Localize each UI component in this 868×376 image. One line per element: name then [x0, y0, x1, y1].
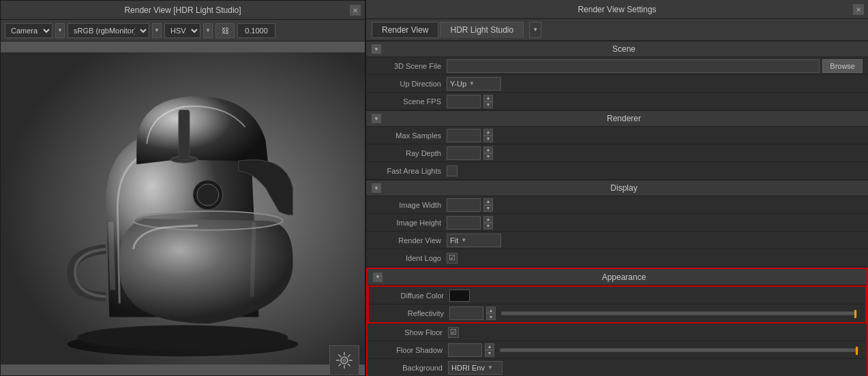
reflectivity-label: Reflectivity — [374, 309, 449, 317]
ident-logo-checkbox[interactable]: ☑ — [447, 253, 458, 264]
scene-section-header: ▼ Scene — [366, 41, 868, 57]
floor-shadow-row: Floor Shadow 100.0 ▲ ▼ — [368, 341, 867, 359]
scene-file-input[interactable] — [447, 59, 820, 73]
renderer-section-header: ▼ Renderer — [366, 110, 868, 127]
image-height-control: 400 ▲ ▼ — [447, 216, 863, 230]
background-dropdown[interactable]: HDRI Env ▼ — [448, 361, 503, 375]
floor-shadow-slider[interactable] — [500, 348, 858, 352]
scene-file-label: 3D Scene File — [372, 62, 447, 70]
browse-button[interactable]: Browse — [822, 59, 863, 73]
floor-shadow-input[interactable]: 100.0 — [448, 343, 482, 357]
hdri-light-button[interactable] — [329, 345, 359, 375]
diffuse-color-swatch[interactable] — [449, 289, 470, 302]
appearance-section-title: Appearance — [387, 272, 861, 282]
svg-point-6 — [134, 213, 281, 229]
reflectivity-control: 100 ▲ ▼ — [449, 307, 860, 320]
mode-arrow[interactable]: ▼ — [203, 23, 213, 38]
fast-area-lights-label: Fast Area Lights — [372, 167, 447, 175]
ray-depth-control: 2 ▲ ▼ — [447, 146, 863, 160]
reflectivity-up[interactable]: ▲ — [486, 307, 496, 313]
floor-shadow-down[interactable]: ▼ — [485, 350, 494, 357]
scene-fps-label: Scene FPS — [372, 97, 447, 106]
image-height-input[interactable]: 400 — [447, 216, 481, 230]
appearance-section-header: ▼ Appearance — [368, 269, 867, 285]
svg-point-2 — [78, 325, 288, 349]
up-direction-dropdown[interactable]: Y-Up ▼ — [447, 77, 501, 91]
svg-point-18 — [342, 358, 346, 362]
mode-dropdown[interactable]: HSV — [164, 23, 200, 38]
renderer-collapse-arrow[interactable]: ▼ — [372, 114, 381, 123]
close-right-button[interactable]: ✕ — [853, 4, 864, 15]
image-width-down[interactable]: ▼ — [483, 205, 493, 212]
max-samples-spinner: ▲ ▼ — [483, 129, 493, 142]
svg-line-14 — [339, 355, 342, 358]
scene-fps-up[interactable]: ▲ — [483, 95, 493, 101]
scene-file-row: 3D Scene File Browse — [366, 57, 868, 75]
tab-render-view[interactable]: Render View — [372, 22, 438, 38]
ray-depth-up[interactable]: ▲ — [483, 146, 493, 153]
scene-section-title: Scene — [385, 44, 863, 54]
max-samples-row: Max Samples 160 ▲ ▼ — [366, 127, 868, 144]
reflectivity-input[interactable]: 100 — [449, 307, 483, 320]
max-samples-up[interactable]: ▲ — [483, 129, 493, 136]
up-direction-label: Up Direction — [372, 80, 447, 88]
diffuse-color-label: Diffuse Color — [374, 292, 449, 300]
diffuse-color-row: Diffuse Color — [369, 287, 865, 304]
display-section-title: Display — [385, 183, 863, 193]
image-width-control: 400 ▲ ▼ — [447, 198, 863, 212]
floor-shadow-label: Floor Shadow — [373, 346, 448, 354]
render-view-fit-row: Render View Fit ▼ — [366, 232, 868, 249]
scene-fps-down[interactable]: ▼ — [483, 101, 493, 108]
close-left-button[interactable]: ✕ — [350, 5, 361, 16]
right-title-bar: Render View Settings ✕ — [366, 0, 868, 19]
scene-fps-control: 24.0 ▲ ▼ — [447, 95, 863, 108]
display-collapse-arrow[interactable]: ▼ — [372, 183, 381, 193]
image-height-label: Image Height — [372, 219, 447, 227]
max-samples-input[interactable]: 160 — [447, 129, 481, 142]
background-row: Background HDRI Env ▼ — [368, 359, 867, 376]
right-panel: Render View Settings ✕ Render View HDR L… — [365, 0, 868, 376]
image-width-input[interactable]: 400 — [447, 198, 481, 212]
image-width-label: Image Width — [372, 201, 447, 209]
appearance-collapse-arrow[interactable]: ▼ — [373, 272, 383, 282]
image-width-spinner: ▲ ▼ — [483, 198, 493, 212]
fast-area-lights-checkbox[interactable] — [447, 166, 458, 176]
camera-dropdown-arrow[interactable]: ▼ — [55, 23, 65, 38]
reflectivity-slider[interactable] — [501, 311, 857, 315]
max-samples-down[interactable]: ▼ — [483, 136, 493, 142]
colorspace-dropdown[interactable]: sRGB (rgbMonitor) — [68, 23, 149, 38]
up-direction-control: Y-Up ▼ — [447, 77, 863, 91]
reflectivity-down[interactable]: ▼ — [486, 313, 496, 320]
tab-hdr-light-studio[interactable]: HDR Light Studio — [440, 22, 524, 38]
right-title: Render View Settings — [578, 5, 656, 14]
ray-depth-spinner: ▲ ▼ — [483, 146, 493, 160]
scene-collapse-arrow[interactable]: ▼ — [372, 44, 381, 54]
image-height-up[interactable]: ▲ — [483, 216, 493, 223]
scene-fps-input[interactable]: 24.0 — [447, 95, 481, 108]
tab-dropdown-arrow[interactable]: ▼ — [529, 22, 541, 38]
tabs-bar: Render View HDR Light Studio ▼ — [366, 19, 868, 41]
render-view-fit-label: Render View — [372, 236, 447, 245]
ray-depth-input[interactable]: 2 — [447, 146, 481, 160]
floor-shadow-control: 100.0 ▲ ▼ — [448, 343, 861, 357]
reflectivity-spinner: ▲ ▼ — [486, 307, 496, 320]
show-floor-label: Show Floor — [373, 328, 448, 336]
show-floor-checkbox[interactable]: ☑ — [448, 327, 459, 338]
floor-shadow-up[interactable]: ▲ — [485, 343, 494, 350]
up-direction-row: Up Direction Y-Up ▼ — [366, 75, 868, 93]
chain-button[interactable]: ⛓ — [215, 23, 235, 38]
image-width-up[interactable]: ▲ — [483, 198, 493, 205]
viewport-scene — [1, 42, 365, 375]
background-control: HDRI Env ▼ — [448, 361, 861, 375]
fast-area-lights-control — [447, 166, 863, 176]
value-input[interactable]: 0.1000 — [237, 23, 275, 38]
render-view-dropdown[interactable]: Fit ▼ — [447, 234, 501, 247]
max-samples-label: Max Samples — [372, 131, 447, 140]
colorspace-arrow[interactable]: ▼ — [152, 23, 162, 38]
ray-depth-down[interactable]: ▼ — [483, 153, 493, 160]
ident-logo-row: Ident Logo ☑ — [366, 249, 868, 267]
camera-dropdown[interactable]: Camera — [5, 23, 53, 38]
settings-content: ▼ Scene 3D Scene File Browse Up Directio… — [366, 41, 868, 376]
show-floor-row: Show Floor ☑ — [368, 324, 867, 341]
image-height-down[interactable]: ▼ — [483, 223, 493, 230]
